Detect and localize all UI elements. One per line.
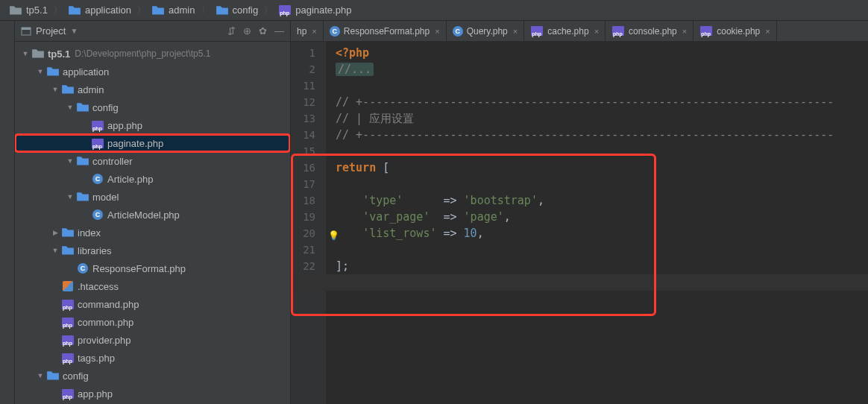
tree-row[interactable]: command.php (15, 295, 290, 313)
chevron-right-icon: 〉 (201, 4, 210, 16)
tree-row[interactable]: CResponseFormat.php (15, 259, 290, 277)
breadcrumb-item-application[interactable]: application (65, 3, 134, 18)
code-token: <?php (336, 46, 369, 60)
tree-label: model (92, 192, 119, 203)
php-file-icon (61, 389, 75, 399)
code-string: 'type' (362, 194, 403, 207)
tree-row[interactable]: provider.php (15, 331, 290, 349)
close-icon[interactable]: × (682, 27, 687, 36)
chevron-down-icon[interactable]: ▼ (34, 372, 46, 379)
chevron-down-icon[interactable]: ▼ (64, 193, 76, 201)
project-tree[interactable]: ▼ tp5.1 D:\Development\php_project\tp5.1… (15, 42, 290, 404)
tree-label: config (63, 370, 89, 382)
tree-row[interactable]: ▼model (15, 188, 290, 206)
project-panel-header: Project ▼ ⇵ ⊕ ✿ — (15, 21, 290, 42)
breadcrumb-label: application (85, 4, 131, 16)
tab-cookie[interactable]: cookie.php × (694, 21, 776, 41)
php-file-icon (91, 121, 104, 130)
settings-icon[interactable]: ✿ (259, 25, 267, 37)
editor-body[interactable]: 1211121314151617181920💡212223 <?php //..… (291, 42, 868, 404)
chevron-down-icon[interactable]: ▼ (19, 50, 31, 57)
tree-row[interactable]: CArticle.php (15, 170, 290, 188)
folder-icon (9, 4, 22, 16)
code-folded[interactable]: //... (336, 63, 374, 76)
chevron-down-icon[interactable]: ▼ (64, 104, 76, 111)
tree-label: ResponseFormat.php (92, 263, 186, 274)
svg-rect-1 (22, 28, 31, 30)
close-icon[interactable]: × (765, 27, 770, 36)
tree-row[interactable]: ▼libraries (15, 242, 290, 259)
htaccess-icon (61, 281, 75, 291)
chevron-down-icon[interactable]: ▼ (34, 68, 46, 75)
tree-label: app.php (78, 388, 113, 400)
folder-icon (76, 101, 89, 113)
tree-row[interactable]: paginate.php (15, 134, 290, 152)
tab-partial[interactable]: hp × (291, 21, 324, 41)
php-file-icon (530, 26, 544, 36)
tree-row[interactable]: .htaccess (15, 277, 290, 295)
breadcrumb-item-root[interactable]: tp5.1 (6, 3, 51, 18)
code-string: 'var_page' (362, 210, 430, 224)
folder-icon (31, 48, 45, 60)
code-number: 10 (464, 227, 477, 240)
chevron-down-icon[interactable]: ▼ (49, 247, 61, 254)
close-icon[interactable]: × (312, 27, 316, 36)
tree-row-root[interactable]: ▼ tp5.1 D:\Development\php_project\tp5.1 (15, 45, 290, 63)
php-file-icon (611, 26, 625, 36)
code-comment: // +------------------------------------… (336, 95, 834, 109)
code-string: 'bootstrap' (464, 194, 538, 207)
breadcrumb-item-admin[interactable]: admin (148, 3, 198, 18)
line-number: 22 (291, 258, 326, 274)
tree-row[interactable]: common.php (15, 313, 290, 331)
class-icon: C (330, 26, 340, 37)
tree-row[interactable]: app.php (15, 116, 290, 134)
tree-row[interactable]: ▼config (15, 98, 290, 116)
folder-icon (61, 244, 75, 256)
close-icon[interactable]: × (513, 27, 518, 36)
tree-row[interactable]: app.php (15, 385, 290, 403)
chevron-down-icon[interactable]: ▼ (64, 157, 76, 165)
breadcrumb-label: config (233, 4, 259, 16)
collapse-all-icon[interactable]: ⇵ (227, 25, 236, 37)
tab-label: Query.php (467, 26, 508, 37)
tree-row[interactable]: CArticleModel.php (15, 206, 290, 224)
editor-area: hp × C ResponseFormat.php × C Query.php … (291, 21, 868, 404)
line-number: 15 (291, 143, 326, 160)
tab-console[interactable]: console.php × (606, 21, 694, 41)
php-file-icon (61, 318, 75, 327)
locate-icon[interactable]: ⊕ (243, 25, 251, 37)
chevron-down-icon[interactable]: ▼ (49, 86, 61, 93)
breadcrumb-item-config[interactable]: config (213, 3, 262, 18)
php-file-icon (91, 139, 104, 148)
tree-row[interactable]: ▶index (15, 224, 290, 242)
folder-icon (68, 4, 81, 16)
tab-responseformat[interactable]: C ResponseFormat.php × (324, 21, 447, 41)
folder-icon (61, 227, 75, 239)
breadcrumb-item-file[interactable]: paginate.php (275, 3, 354, 17)
close-icon[interactable]: × (435, 27, 439, 36)
code-token: [ (376, 161, 389, 174)
tab-cache[interactable]: cache.php × (524, 21, 606, 41)
tab-query[interactable]: C Query.php × (447, 21, 525, 41)
close-icon[interactable]: × (594, 27, 599, 36)
project-panel-title[interactable]: Project ▼ (21, 25, 223, 37)
code-content[interactable]: <?php //... // +------------------------… (327, 42, 868, 404)
chevron-right-icon[interactable]: ▶ (49, 229, 61, 236)
tree-label: Article.php (107, 174, 153, 185)
breadcrumb-label: tp5.1 (26, 4, 48, 16)
tree-row[interactable]: ▼controller (15, 152, 290, 170)
tree-row[interactable]: ▼config (15, 367, 290, 385)
folder-icon (76, 155, 89, 167)
class-icon: C (76, 263, 89, 274)
code-keyword: return (336, 161, 376, 174)
tree-label: config (92, 102, 119, 113)
line-number: 11 (291, 78, 326, 94)
line-number: 16 (291, 160, 326, 176)
hide-icon[interactable]: — (274, 25, 284, 37)
tree-row[interactable]: tags.php (15, 349, 290, 367)
php-file-icon (61, 300, 75, 309)
tree-row[interactable]: ▼admin (15, 81, 290, 98)
tree-label: .htaccess (78, 281, 119, 292)
line-number: 1 (291, 45, 326, 61)
tree-row[interactable]: ▼application (15, 63, 290, 81)
